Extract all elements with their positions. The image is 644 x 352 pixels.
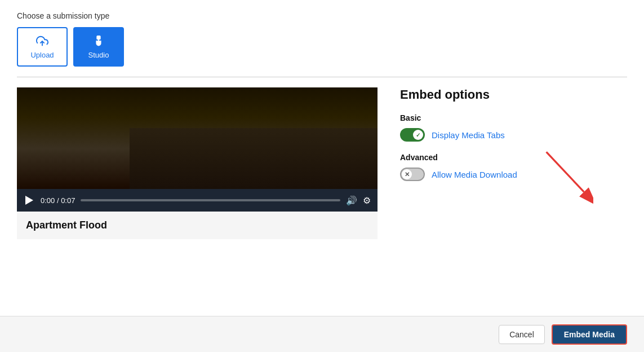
display-media-tabs-label: Display Media Tabs	[432, 130, 505, 140]
advanced-section-label: Advanced	[400, 153, 627, 162]
display-media-tabs-toggle[interactable]: ✓	[400, 128, 425, 142]
divider	[17, 77, 627, 77]
upload-icon	[36, 35, 48, 47]
volume-icon[interactable]: 🔊	[346, 195, 357, 206]
video-player: 0:00 / 0:07 🔊 ⚙	[17, 87, 377, 212]
video-scene	[17, 87, 377, 189]
svg-rect-1	[97, 36, 100, 39]
basic-section-label: Basic	[400, 113, 627, 122]
allow-media-download-label: Allow Media Download	[432, 170, 517, 179]
footer: Cancel Embed Media	[0, 316, 644, 352]
allow-media-download-row: ✕ Allow Media Download	[400, 168, 627, 181]
cancel-button[interactable]: Cancel	[499, 325, 545, 344]
upload-button[interactable]: Upload	[17, 27, 68, 67]
embed-options-panel: Embed options Basic ✓ Display Media Tabs…	[400, 87, 627, 341]
settings-icon[interactable]: ⚙	[363, 195, 371, 206]
upload-label: Upload	[30, 51, 54, 59]
studio-button[interactable]: Studio	[73, 27, 124, 67]
progress-bar[interactable]	[81, 199, 340, 201]
check-icon: ✓	[416, 132, 420, 138]
display-media-tabs-row: ✓ Display Media Tabs	[400, 128, 627, 142]
video-controls-bar: 0:00 / 0:07 🔊 ⚙	[17, 189, 377, 212]
studio-label: Studio	[88, 51, 109, 59]
toggle-knob: ✓	[413, 130, 423, 140]
type-buttons-group: Upload Studio	[17, 27, 627, 67]
room-elements	[130, 128, 377, 189]
embed-media-button[interactable]: Embed Media	[552, 324, 627, 345]
toggle-x-knob: ✕	[402, 169, 412, 179]
time-display: 0:00 / 0:07	[41, 196, 75, 205]
video-title: Apartment Flood	[17, 212, 377, 239]
x-icon: ✕	[405, 171, 410, 178]
play-button[interactable]	[24, 195, 35, 206]
submission-type-label: Choose a submission type	[17, 11, 627, 20]
play-icon	[25, 196, 33, 205]
embed-options-heading: Embed options	[400, 87, 627, 102]
studio-icon	[92, 35, 105, 47]
content-area: 0:00 / 0:07 🔊 ⚙ Apartment Flood Embed op…	[17, 87, 627, 341]
video-section: 0:00 / 0:07 🔊 ⚙ Apartment Flood	[17, 87, 377, 341]
allow-media-download-toggle[interactable]: ✕	[400, 168, 425, 181]
main-container: Choose a submission type Upload Studio	[0, 0, 644, 352]
